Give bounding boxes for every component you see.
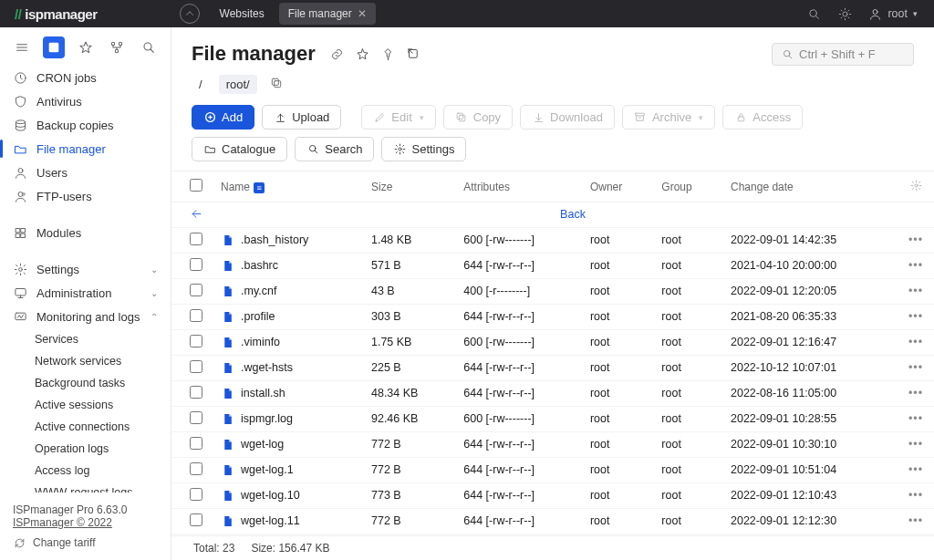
tab-websites[interactable]: Websites xyxy=(211,3,274,25)
table-row[interactable]: wget-log.11772 B644 [-rw-r--r--]rootroot… xyxy=(171,508,934,534)
file-date: 2022-09-01 10:30:10 xyxy=(721,431,898,457)
col-group[interactable]: Group xyxy=(652,171,721,202)
col-size[interactable]: Size xyxy=(362,171,454,202)
row-checkbox[interactable] xyxy=(190,386,202,399)
sidebar-subitem-www-request-logs[interactable]: WWW-request logs xyxy=(35,482,171,493)
table-row[interactable]: wget-log.1772 B644 [-rw-r--r--]rootroot2… xyxy=(171,457,934,482)
sidebar-item-backup-copies[interactable]: Backup copies xyxy=(0,113,171,137)
sidebar-subitem-operation-logs[interactable]: Operation logs xyxy=(35,438,171,460)
row-actions-icon[interactable]: ••• xyxy=(908,387,923,399)
add-button[interactable]: Add xyxy=(192,105,254,130)
search-icon[interactable] xyxy=(806,6,821,21)
table-row[interactable]: .viminfo1.75 KB600 [-rw-------]rootroot2… xyxy=(171,329,934,355)
table-row[interactable]: .bash_history1.48 KB600 [-rw-------]root… xyxy=(171,227,934,253)
back-row[interactable]: Back xyxy=(171,202,934,228)
file-date: 2022-09-01 12:20:05 xyxy=(721,278,898,304)
tab-file-manager[interactable]: File manager ✕ xyxy=(279,3,376,25)
popout-icon[interactable] xyxy=(407,47,421,61)
row-checkbox[interactable] xyxy=(190,513,202,526)
row-checkbox[interactable] xyxy=(190,233,202,245)
table-row[interactable]: .wget-hsts225 B644 [-rw-r--r--]rootroot2… xyxy=(171,355,934,380)
row-actions-icon[interactable]: ••• xyxy=(908,489,923,502)
row-actions-icon[interactable]: ••• xyxy=(908,361,923,374)
archive-button[interactable]: Archive▾ xyxy=(622,105,715,130)
star-icon[interactable] xyxy=(75,36,97,58)
quick-search[interactable]: Ctrl + Shift + F xyxy=(772,43,914,66)
sidebar-item-file-manager[interactable]: File manager xyxy=(0,137,171,161)
row-checkbox[interactable] xyxy=(190,284,202,296)
col-settings[interactable] xyxy=(898,171,934,202)
flow-icon[interactable] xyxy=(106,36,128,58)
pin-icon[interactable] xyxy=(381,47,396,61)
col-name[interactable]: Name≡ xyxy=(212,171,362,202)
copyright-link[interactable]: ISPmanager © 2022 xyxy=(13,516,112,529)
crumb-current[interactable]: root/ xyxy=(219,75,257,94)
table-row[interactable]: install.sh48.34 KB644 [-rw-r--r--]rootro… xyxy=(171,380,934,406)
table-row[interactable]: .profile303 B644 [-rw-r--r--]rootroot202… xyxy=(171,304,934,329)
access-button[interactable]: Access xyxy=(722,105,803,130)
close-icon[interactable]: ✕ xyxy=(358,7,367,20)
sidebar-subitem-background-tasks[interactable]: Background tasks xyxy=(35,372,171,394)
logo[interactable]: //ispmanager xyxy=(0,6,98,22)
sidebar-item-cron-jobs[interactable]: CRON jobs xyxy=(0,66,171,89)
sidebar-item-antivirus[interactable]: Antivirus xyxy=(0,89,171,113)
dashboard-icon[interactable] xyxy=(180,4,200,24)
table-row[interactable]: .bashrc571 B644 [-rw-r--r--]rootroot2021… xyxy=(171,253,934,278)
table-row[interactable]: wget-log.10773 B644 [-rw-r--r--]rootroot… xyxy=(171,482,934,508)
file-owner: root xyxy=(581,329,652,355)
row-actions-icon[interactable]: ••• xyxy=(908,412,923,425)
row-checkbox[interactable] xyxy=(190,437,202,450)
sidebar-search-icon[interactable] xyxy=(138,36,160,58)
sidebar-item-monitoring-and-logs[interactable]: Monitoring and logs⌃ xyxy=(0,305,171,328)
sidebar-item-administration[interactable]: Administration⌄ xyxy=(0,281,171,305)
row-checkbox[interactable] xyxy=(190,309,202,322)
row-checkbox[interactable] xyxy=(190,335,202,347)
row-checkbox[interactable] xyxy=(190,462,202,475)
list-view-icon[interactable] xyxy=(43,36,65,58)
col-attributes[interactable]: Attributes xyxy=(454,171,581,202)
sidebar-subitem-network-services[interactable]: Network services xyxy=(35,350,171,372)
user-menu[interactable]: root ▾ xyxy=(868,7,918,21)
table-row[interactable]: wget-log772 B644 [-rw-r--r--]rootroot202… xyxy=(171,431,934,457)
sidebar-subitem-access-log[interactable]: Access log xyxy=(35,460,171,482)
row-actions-icon[interactable]: ••• xyxy=(908,336,923,348)
row-actions-icon[interactable]: ••• xyxy=(908,438,923,451)
row-checkbox[interactable] xyxy=(190,411,202,424)
edit-button[interactable]: Edit▾ xyxy=(361,105,435,130)
table-row[interactable]: .my.cnf43 B400 [-r--------]rootroot2022-… xyxy=(171,278,934,304)
sidebar-item-settings[interactable]: Settings⌄ xyxy=(0,257,171,281)
sidebar-subitem-active-connections[interactable]: Active connections xyxy=(35,416,171,438)
row-actions-icon[interactable]: ••• xyxy=(908,514,923,527)
sidebar-item-users[interactable]: Users xyxy=(0,161,171,184)
copy-button[interactable]: Copy xyxy=(443,105,513,130)
sidebar-subitem-active-sessions[interactable]: Active sessions xyxy=(35,394,171,416)
crumb-root[interactable]: / xyxy=(192,75,210,94)
row-actions-icon[interactable]: ••• xyxy=(908,285,923,297)
sidebar-item-modules[interactable]: Modules xyxy=(0,221,171,244)
upload-button[interactable]: Upload xyxy=(262,105,341,130)
row-checkbox[interactable] xyxy=(190,360,202,373)
copy-path-icon[interactable] xyxy=(270,77,283,92)
download-button[interactable]: Download xyxy=(520,105,615,130)
link-icon[interactable] xyxy=(330,47,345,61)
star-icon[interactable] xyxy=(356,47,370,61)
catalogue-button[interactable]: Catalogue xyxy=(192,137,287,161)
settings-button[interactable]: Settings xyxy=(381,137,466,161)
row-actions-icon[interactable]: ••• xyxy=(908,259,923,272)
row-actions-icon[interactable]: ••• xyxy=(908,310,923,323)
table-row[interactable]: wget-log.12773 B644 [-rw-r--r--]rootroot… xyxy=(171,534,934,535)
col-owner[interactable]: Owner xyxy=(581,171,652,202)
theme-icon[interactable] xyxy=(837,6,852,21)
row-checkbox[interactable] xyxy=(190,258,202,271)
sidebar-subitem-services[interactable]: Services xyxy=(35,328,171,350)
change-tariff-link[interactable]: Change tariff xyxy=(13,536,158,549)
row-actions-icon[interactable]: ••• xyxy=(908,233,923,246)
col-change-date[interactable]: Change date xyxy=(721,171,898,202)
row-actions-icon[interactable]: ••• xyxy=(908,463,923,476)
search-button[interactable]: Search xyxy=(295,137,374,161)
table-row[interactable]: ispmgr.log92.46 KB600 [-rw-------]rootro… xyxy=(171,406,934,431)
sidebar-item-ftp-users[interactable]: FTP-users xyxy=(0,184,171,208)
menu-icon[interactable] xyxy=(11,36,33,58)
select-all-checkbox[interactable] xyxy=(190,179,202,192)
row-checkbox[interactable] xyxy=(190,488,202,501)
